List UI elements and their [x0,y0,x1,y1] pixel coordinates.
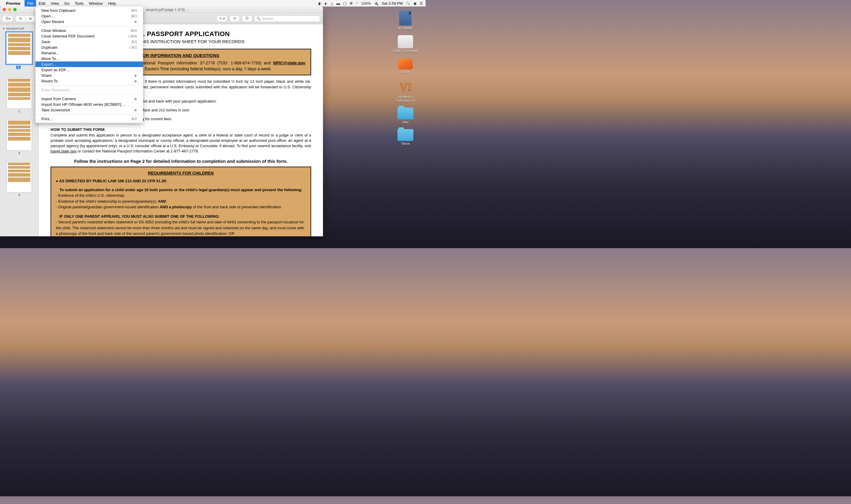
highlight-button[interactable]: ✎ ▾ [217,15,227,22]
page-number-3: 3 [0,151,38,155]
how-to-submit: HOW TO SUBMIT THIS FORM: Complete and su… [51,127,311,154]
menu-help[interactable]: Help [105,0,119,6]
menu-item-export-[interactable]: Export… [35,61,143,67]
menu-item-duplicate[interactable]: Duplicate⇧⌘S [35,44,143,50]
search-icon: 🔍 [256,17,261,21]
zoom-in-button[interactable]: ⊕ [25,15,35,22]
sidebar-file-header[interactable]: ▼passport.pdf [0,26,38,31]
menu-window[interactable]: Window [86,0,105,6]
requirements-box: REQUIREMENTS FOR CHILDREN ● AS DIRECTED … [51,167,311,236]
menu-item-open-[interactable]: Open…⌘O [35,13,143,19]
window-title: assport.pdf (page 1 of 6) [146,8,185,12]
menu-item-rename-[interactable]: Rename… [35,50,143,56]
page-number-4: 4 [0,193,38,197]
spotlight-icon[interactable]: 🔍 [406,1,411,6]
menu-item-new-from-clipboard[interactable]: New from Clipboard⌘N [35,8,143,13]
google-drive-icon[interactable]: △ [330,1,333,6]
thumbnail-page-2[interactable] [6,77,32,109]
sidebar: ▼passport.pdf 1234 [0,24,39,236]
siri-icon[interactable]: ◉ [413,1,417,6]
menu-item-export-as-pdf-[interactable]: Export as PDF… [35,67,143,73]
status-icon[interactable]: ▬ [336,1,340,6]
traffic-lights [3,8,17,11]
page-number-2: 2 [0,109,38,113]
app-name[interactable]: Preview [6,1,20,6]
file-menu-dropdown: New from Clipboard⌘NOpen…⌘OOpen Recent▶C… [35,6,143,123]
minimize-button[interactable] [8,8,11,11]
battery-icon[interactable]: 🔌 [374,1,379,6]
menu-tools[interactable]: Tools [72,0,86,6]
menu-item-take-screenshot[interactable]: Take Screenshot▶ [35,107,143,113]
search-field[interactable]: 🔍 Search [254,15,320,22]
menu-item-share[interactable]: Share▶ [35,73,143,78]
menu-item-move-to-[interactable]: Move To… [35,56,143,61]
zoom-out-button[interactable]: ⊖ [15,15,25,22]
desktop-icon-no-name[interactable]: NO NAME [391,11,420,30]
menu-go[interactable]: Go [61,0,72,6]
airplay-icon[interactable]: ▢ [343,1,347,6]
menu-item-open-recent[interactable]: Open Recent▶ [35,19,143,24]
follow-instructions: Follow the instructions on Page 2 for de… [51,159,311,164]
page-number-1: 1 [16,66,21,69]
close-button[interactable] [3,8,6,11]
menu-view[interactable]: View [48,0,62,6]
search-placeholder: Search [262,17,273,21]
menu-item-close-selected-pdf-document[interactable]: Close Selected PDF Document⇧⌘W [35,33,143,39]
desktop-icon-lacie[interactable]: LaCie [391,58,420,74]
rotate-button[interactable]: ⟳ [230,15,240,22]
dropbox-icon[interactable]: ⬖ [324,1,327,6]
menu-edit[interactable]: Edit [36,0,48,6]
notification-center-icon[interactable]: ☰ [420,1,423,6]
zoom-button[interactable] [13,8,17,11]
creative-cloud-icon[interactable]: ◐ [318,1,322,6]
thumbnail-page-3[interactable] [6,119,32,151]
desktop-icons: NO NAMEGIMP 2.10 InstallLaCieVISid Meier… [391,11,420,151]
thumbnail-page-4[interactable] [6,161,32,193]
menu-item-enter-password-: Enter Password… [35,87,143,93]
battery-text[interactable]: 100% [361,1,371,6]
clock[interactable]: Sat 2:59 PM [381,1,403,6]
fan-icon[interactable]: ✻ [349,1,353,6]
menu-item-save[interactable]: Save⌘S [35,39,143,44]
menu-file[interactable]: File [24,0,36,6]
menu-item-print-[interactable]: Print…⌘P [35,116,143,122]
markup-button[interactable]: Ⓐ [242,15,252,22]
menu-item-revert-to[interactable]: Revert To▶ [35,78,143,84]
desktop-icon-sid-meier-s-civilization-vi[interactable]: VISid Meier's Civilization VI [391,79,420,102]
menubar: Preview File Edit View Go Tools Window H… [0,0,426,6]
desktop-icon-hike[interactable]: Hike [391,108,420,124]
desktop-icon-tahoe[interactable]: Tahoe [391,129,420,145]
wifi-icon[interactable]: ⌔ [356,1,358,6]
menu-item-close-window[interactable]: Close Window⌘W [35,28,143,33]
menu-item-import-from-hp-officejet-series-c-bef-[interactable]: Import from HP Officejet 4630 series [6C… [35,102,143,107]
desktop-icon-gimp-install[interactable]: GIMP 2.10 Install [391,35,420,53]
menu-item-import-from-camera[interactable]: Import from Camera▶ [35,96,143,102]
thumbnail-page-1[interactable] [6,33,32,64]
view-mode-button[interactable]: ☰▾ [3,15,13,22]
